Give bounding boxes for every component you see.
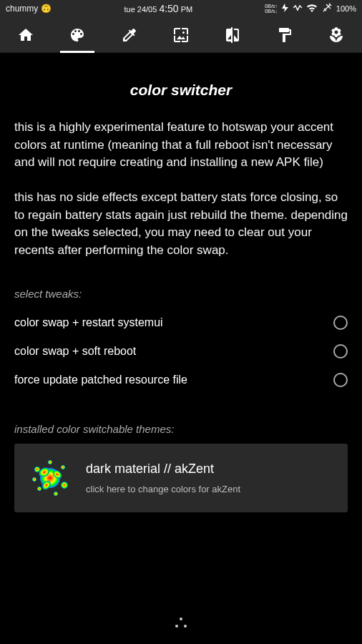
radio-icon bbox=[333, 344, 348, 358]
app-name: chummy bbox=[6, 4, 38, 14]
svg-point-7 bbox=[54, 492, 58, 496]
svg-point-13 bbox=[184, 625, 187, 628]
flower-icon bbox=[328, 26, 345, 44]
theme-subtitle: click here to change colors for akZent bbox=[86, 484, 333, 494]
content-area: color switcher this is a highly experime… bbox=[0, 53, 362, 644]
airplane-icon bbox=[322, 3, 332, 14]
tab-florist[interactable] bbox=[313, 17, 359, 53]
tab-paint[interactable] bbox=[262, 17, 308, 53]
status-bar: chummy 🙃 tue 24/05 4:50 PM 0B/s↑0B/s↓ 10… bbox=[0, 0, 362, 17]
radio-icon bbox=[333, 316, 348, 330]
svg-point-3 bbox=[61, 482, 68, 489]
tab-eyedropper[interactable] bbox=[107, 17, 152, 53]
tweak-label: color swap + restart systemui bbox=[14, 316, 163, 329]
compare-icon bbox=[224, 26, 241, 44]
eyedropper-icon bbox=[121, 26, 138, 44]
data-rate: 0B/s↑0B/s↓ bbox=[265, 4, 278, 14]
svg-point-5 bbox=[48, 460, 52, 464]
page-title: color switcher bbox=[14, 82, 348, 99]
wifi-icon bbox=[306, 4, 318, 14]
tweaks-label: select tweaks: bbox=[14, 288, 348, 300]
tab-compare[interactable] bbox=[210, 17, 255, 53]
tweak-option-force-update[interactable]: force update patched resource file bbox=[14, 366, 348, 394]
theme-card-akzent[interactable]: dark material // akZent click here to ch… bbox=[14, 444, 348, 512]
svg-point-6 bbox=[32, 477, 36, 482]
description-2: this has no side effects except battery … bbox=[14, 189, 348, 260]
nav-bar bbox=[0, 616, 362, 633]
app-emoji: 🙃 bbox=[41, 4, 52, 14]
tweak-option-soft-reboot[interactable]: color swap + soft reboot bbox=[14, 337, 348, 366]
tweak-label: force update patched resource file bbox=[14, 374, 187, 386]
tab-home[interactable] bbox=[3, 17, 49, 53]
nav-dots-icon[interactable] bbox=[172, 616, 190, 630]
paint-splash-icon bbox=[29, 457, 72, 499]
tweak-label: color swap + soft reboot bbox=[14, 345, 136, 358]
svg-point-1 bbox=[34, 467, 40, 472]
svg-point-4 bbox=[37, 487, 41, 491]
wallpaper-icon bbox=[172, 26, 190, 44]
battery-text: 100% bbox=[336, 4, 356, 13]
tab-bar bbox=[0, 17, 362, 53]
paint-roller-icon bbox=[276, 26, 293, 44]
palette-icon bbox=[69, 26, 86, 44]
description-1: this is a highly experimental feature to… bbox=[14, 119, 348, 172]
theme-title: dark material // akZent bbox=[86, 462, 333, 477]
status-right: 0B/s↑0B/s↓ 100% bbox=[265, 3, 356, 14]
svg-point-12 bbox=[175, 625, 178, 628]
theme-info: dark material // akZent click here to ch… bbox=[86, 462, 333, 494]
lightning-icon bbox=[293, 4, 302, 13]
radio-icon bbox=[333, 373, 348, 387]
tweak-option-restart-systemui[interactable]: color swap + restart systemui bbox=[14, 308, 348, 337]
status-clock: tue 24/05 4:50 PM bbox=[52, 3, 265, 14]
tab-wallpaper[interactable] bbox=[158, 17, 204, 53]
svg-point-11 bbox=[180, 618, 182, 620]
svg-point-2 bbox=[61, 465, 65, 469]
status-left: chummy 🙃 bbox=[6, 4, 52, 14]
home-icon bbox=[17, 26, 34, 44]
tab-palette[interactable] bbox=[54, 17, 100, 53]
charging-icon bbox=[282, 4, 289, 14]
themes-label: installed color switchable themes: bbox=[14, 423, 348, 435]
